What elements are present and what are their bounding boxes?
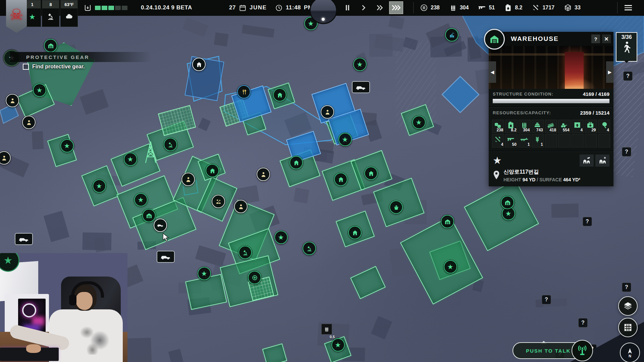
inventory-slot-empty[interactable] bbox=[558, 134, 570, 147]
speed-fast-button[interactable] bbox=[373, 2, 386, 14]
marker-star[interactable]: ★ bbox=[331, 338, 345, 352]
marker-star[interactable]: ★ bbox=[124, 153, 137, 166]
inventory-slot-empty[interactable] bbox=[598, 134, 610, 147]
marker-pot[interactable] bbox=[389, 200, 403, 214]
marker-person[interactable] bbox=[0, 151, 11, 165]
marker-garage[interactable] bbox=[44, 39, 57, 52]
marker-person[interactable] bbox=[234, 200, 248, 213]
marker-garage[interactable] bbox=[441, 215, 454, 228]
marker-star[interactable]: ★ bbox=[412, 116, 426, 129]
inventory-slot-bricks[interactable]: 743 bbox=[532, 120, 544, 133]
marker-star[interactable]: ★ bbox=[444, 260, 457, 274]
photo-prev-button[interactable]: ◀ bbox=[489, 61, 496, 83]
inventory-slot-planks[interactable]: 418 bbox=[545, 120, 557, 133]
inventory-slot-empty[interactable] bbox=[572, 134, 584, 147]
inventory-slot-tools[interactable]: 4 bbox=[492, 134, 504, 147]
star-icon: ★ bbox=[127, 156, 134, 162]
marker-car-plate[interactable] bbox=[157, 251, 175, 263]
speed-pause-button[interactable] bbox=[341, 2, 354, 14]
status-tile[interactable]: 63°F bbox=[60, 0, 78, 27]
inventory-slot-fuel[interactable]: 8.2 bbox=[505, 120, 517, 133]
help-button[interactable]: ? bbox=[591, 35, 600, 43]
marker-car-plate[interactable] bbox=[352, 81, 370, 93]
inventory-slot-pistol[interactable]: 50 bbox=[505, 134, 517, 147]
marker-house[interactable] bbox=[334, 173, 347, 186]
marker-question[interactable]: ? bbox=[583, 217, 592, 226]
marker-house[interactable] bbox=[273, 88, 286, 102]
marker-question[interactable]: ? bbox=[622, 283, 631, 292]
marker-star[interactable]: ★ bbox=[198, 267, 211, 280]
demolish-building-icon[interactable] bbox=[595, 155, 609, 167]
photo-next-button[interactable]: ▶ bbox=[606, 61, 613, 83]
marker-person[interactable] bbox=[22, 116, 36, 129]
marker-house[interactable] bbox=[364, 167, 378, 180]
marker-star[interactable]: ★ bbox=[134, 193, 148, 206]
marker-person[interactable] bbox=[257, 168, 270, 181]
speed-fastest-button[interactable] bbox=[389, 1, 403, 14]
marker-star[interactable]: ★ bbox=[353, 58, 367, 71]
inventory-slot-crate[interactable]: 4 bbox=[572, 120, 584, 133]
slot-quantity: 8.2 bbox=[511, 128, 517, 132]
hamburger-menu-icon[interactable] bbox=[625, 5, 632, 10]
star-icon: ★ bbox=[342, 136, 348, 142]
compass-button[interactable]: N bbox=[620, 343, 640, 362]
push-to-talk-button[interactable]: PUSH TO TALK bbox=[513, 342, 590, 359]
marker-house[interactable] bbox=[348, 226, 362, 239]
marker-star[interactable]: ★ bbox=[93, 179, 106, 193]
status-tile[interactable]: 8 bbox=[42, 0, 59, 27]
resource-value: 33 bbox=[575, 5, 581, 11]
panel-footer: ★ 신앙로117번길 HEIGHT 94 YD bbox=[489, 152, 613, 186]
marker-house-white[interactable] bbox=[192, 58, 206, 71]
inventory-slot-ammo[interactable]: 304 bbox=[519, 120, 531, 133]
claim-icon bbox=[252, 275, 258, 281]
resource-food: 238 bbox=[420, 4, 440, 12]
inventory-slot-logs[interactable]: 554 bbox=[558, 120, 570, 133]
marker-question[interactable]: ? bbox=[578, 318, 588, 327]
loot-drop[interactable]: 0.5 bbox=[321, 324, 332, 335]
marker-microscope[interactable] bbox=[303, 242, 316, 255]
inventory-slot-rifle[interactable]: 1 bbox=[519, 134, 531, 147]
map-layers-button[interactable] bbox=[618, 296, 638, 316]
marker-question[interactable]: ? bbox=[542, 295, 551, 304]
divider bbox=[413, 2, 414, 13]
marker-star[interactable]: ★ bbox=[33, 83, 46, 97]
power-segment bbox=[95, 6, 101, 10]
marker-car-plate[interactable] bbox=[15, 233, 33, 245]
close-button[interactable]: ✕ bbox=[602, 35, 611, 43]
threat-banner[interactable]: ☠ bbox=[6, 0, 27, 33]
marker-utensils[interactable] bbox=[237, 85, 251, 99]
objective-checkbox[interactable] bbox=[23, 64, 29, 70]
weather-cloud-icon bbox=[65, 12, 73, 22]
inventory-slot-medkit[interactable]: 29 bbox=[585, 120, 597, 133]
marker-car-circle[interactable] bbox=[154, 219, 167, 232]
marker-house[interactable] bbox=[289, 156, 303, 169]
marker-question[interactable]: ? bbox=[622, 147, 631, 157]
inventory-slot-empty[interactable] bbox=[585, 134, 597, 147]
squad-unit-card[interactable]: 3/36 bbox=[616, 32, 637, 62]
inventory-slot-meat[interactable]: 4 bbox=[598, 120, 610, 133]
marker-star[interactable]: ★ bbox=[60, 139, 74, 153]
marker-microscope[interactable] bbox=[238, 246, 252, 259]
marker-question[interactable]: ? bbox=[623, 71, 633, 81]
marker-garage[interactable] bbox=[501, 196, 514, 209]
inventory-slot-seeds[interactable]: 1 bbox=[532, 134, 544, 147]
radio-tower[interactable] bbox=[144, 140, 158, 164]
marker-microscope[interactable] bbox=[164, 138, 177, 151]
marker-person[interactable] bbox=[181, 173, 195, 186]
speed-play-button[interactable] bbox=[357, 2, 370, 14]
marker-house[interactable] bbox=[206, 164, 219, 177]
marker-broadcast[interactable] bbox=[445, 28, 459, 42]
inventory-slot-canned-food[interactable]: 238 bbox=[492, 120, 504, 133]
car-plate-icon bbox=[18, 236, 30, 242]
renovate-building-icon[interactable] bbox=[580, 155, 594, 167]
marker-claim[interactable] bbox=[248, 271, 261, 284]
date-day: 27 bbox=[229, 4, 236, 11]
marker-person[interactable] bbox=[321, 105, 334, 119]
marker-family[interactable] bbox=[212, 195, 225, 208]
marker-star[interactable]: ★ bbox=[274, 231, 288, 244]
marker-star[interactable]: ★ bbox=[338, 133, 352, 146]
favorite-star-icon[interactable]: ★ bbox=[493, 156, 502, 166]
marker-person[interactable] bbox=[6, 94, 19, 107]
inventory-slot-empty[interactable] bbox=[545, 134, 557, 147]
map-grid-button[interactable] bbox=[618, 318, 638, 337]
